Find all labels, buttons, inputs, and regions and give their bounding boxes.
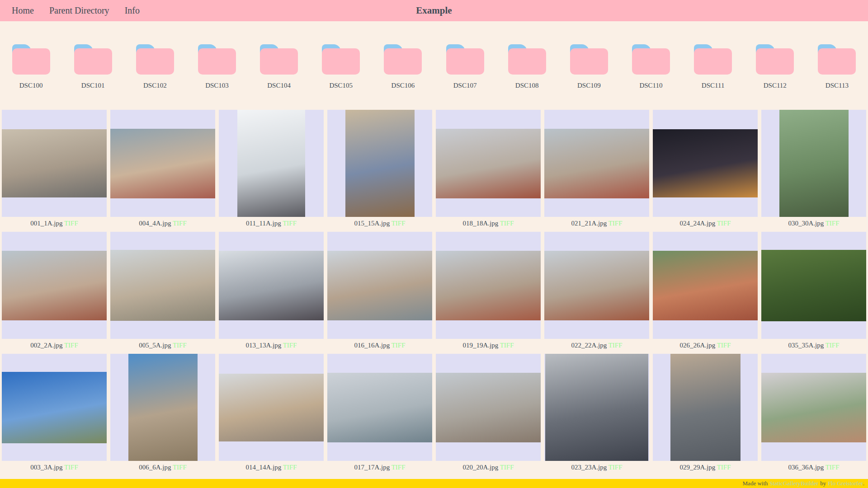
format-link[interactable]: TIFF xyxy=(64,220,78,227)
thumbnail-link[interactable] xyxy=(653,251,758,320)
thumbnail-caption: 013_13A.jpg TIFF xyxy=(219,342,324,351)
format-link[interactable]: TIFF xyxy=(283,464,297,471)
folder-icon xyxy=(259,44,298,75)
format-link[interactable]: TIFF xyxy=(826,342,840,349)
thumbnail-link[interactable] xyxy=(2,129,107,197)
thumbnail-cell: 011_11A.jpg TIFF xyxy=(219,110,324,229)
folder-body-shape xyxy=(322,48,360,75)
format-link[interactable]: TIFF xyxy=(609,220,623,227)
format-link[interactable]: TIFF xyxy=(392,342,406,349)
thumbnail-link[interactable] xyxy=(436,251,541,320)
thumbnail-image xyxy=(345,110,415,217)
format-link[interactable]: TIFF xyxy=(500,464,514,471)
thumbnail-link[interactable] xyxy=(761,250,866,321)
thumbnail-link[interactable] xyxy=(2,251,107,320)
nav-link-parent-directory[interactable]: Parent Directory xyxy=(49,5,109,16)
thumbnail-link[interactable] xyxy=(237,110,305,217)
thumbnail-link[interactable] xyxy=(779,110,849,217)
folder-item[interactable]: DSC106 xyxy=(372,44,434,89)
format-link[interactable]: TIFF xyxy=(717,220,731,227)
format-link[interactable]: TIFF xyxy=(283,220,297,227)
folder-item[interactable]: DSC112 xyxy=(744,44,806,89)
format-link[interactable]: TIFF xyxy=(64,464,78,471)
thumbnail-link[interactable] xyxy=(670,354,741,461)
folder-item[interactable]: DSC105 xyxy=(310,44,372,89)
thumbnail-frame xyxy=(2,232,107,339)
format-link[interactable]: TIFF xyxy=(500,220,514,227)
folder-item[interactable]: DSC111 xyxy=(682,44,744,89)
folder-item[interactable]: DSC109 xyxy=(558,44,620,89)
thumbnail-link[interactable] xyxy=(2,372,107,443)
thumbnail-link[interactable] xyxy=(436,129,541,198)
thumbnail-link[interactable] xyxy=(110,250,215,321)
format-link[interactable]: TIFF xyxy=(717,464,731,471)
folder-icon xyxy=(198,44,236,75)
folder-body-shape xyxy=(632,48,670,75)
thumbnail-filename: 017_17A.jpg xyxy=(354,464,390,471)
format-link[interactable]: TIFF xyxy=(173,342,187,349)
folder-item[interactable]: DSC113 xyxy=(806,44,868,89)
thumbnail-image xyxy=(779,110,849,217)
thumbnail-filename: 020_20A.jpg xyxy=(462,464,498,471)
thumbnail-link[interactable] xyxy=(436,373,541,442)
format-link[interactable]: TIFF xyxy=(392,220,406,227)
thumbnail-frame xyxy=(544,354,649,461)
format-link[interactable]: TIFF xyxy=(826,464,840,471)
thumbnail-filename: 004_4A.jpg xyxy=(139,220,171,227)
format-link[interactable]: TIFF xyxy=(826,220,840,227)
format-link[interactable]: TIFF xyxy=(173,464,187,471)
thumbnail-cell: 029_29A.jpg TIFF xyxy=(653,354,758,473)
thumbnail-link[interactable] xyxy=(110,129,215,198)
nav-link-home[interactable]: Home xyxy=(12,5,34,16)
thumbnail-link[interactable] xyxy=(327,373,432,442)
thumbnail-link[interactable] xyxy=(545,354,648,461)
thumbnail-caption: 017_17A.jpg TIFF xyxy=(327,464,432,473)
folder-label: DSC113 xyxy=(826,82,849,89)
thumbnail-caption: 026_26A.jpg TIFF xyxy=(653,342,758,351)
folder-item[interactable]: DSC104 xyxy=(248,44,310,89)
thumbnail-cell: 026_26A.jpg TIFF xyxy=(653,232,758,351)
format-link[interactable]: TIFF xyxy=(64,342,78,349)
thumbnail-link[interactable] xyxy=(219,251,324,320)
folder-item[interactable]: DSC101 xyxy=(62,44,124,89)
folder-item[interactable]: DSC103 xyxy=(186,44,248,89)
format-link[interactable]: TIFF xyxy=(609,342,623,349)
nav-link-info[interactable]: Info xyxy=(125,5,140,16)
format-link[interactable]: TIFF xyxy=(392,464,406,471)
folder-item[interactable]: DSC100 xyxy=(0,44,62,89)
folder-item[interactable]: DSC102 xyxy=(124,44,186,89)
thumbnail-filename: 016_16A.jpg xyxy=(354,342,390,349)
footer-period-text: . xyxy=(863,480,864,487)
thumbnail-filename: 019_19A.jpg xyxy=(462,342,498,349)
format-link[interactable]: TIFF xyxy=(500,342,514,349)
thumbnail-link[interactable] xyxy=(128,354,198,461)
footer-tool-link[interactable]: StaticGalleryBuilder xyxy=(770,480,819,487)
format-link[interactable]: TIFF xyxy=(173,220,187,227)
folder-item[interactable]: DSC107 xyxy=(434,44,496,89)
thumbnail-filename: 006_6A.jpg xyxy=(139,464,171,471)
thumbnail-link[interactable] xyxy=(219,374,324,441)
thumbnail-link[interactable] xyxy=(761,373,866,442)
page: { "nav": { "links": [ { "label": "Home" … xyxy=(0,0,868,488)
folder-item[interactable]: DSC108 xyxy=(496,44,558,89)
folder-icon xyxy=(383,44,422,75)
folder-label: DSC104 xyxy=(267,82,291,89)
thumbnail-link[interactable] xyxy=(327,251,432,320)
thumbnail-filename: 036_36A.jpg xyxy=(788,464,824,471)
format-link[interactable]: TIFF xyxy=(717,342,731,349)
thumbnail-image xyxy=(544,251,649,320)
thumbnail-image xyxy=(761,250,866,321)
thumbnail-link[interactable] xyxy=(653,129,758,197)
thumbnail-image xyxy=(545,354,648,461)
folder-label: DSC112 xyxy=(764,82,787,89)
thumbnail-caption: 019_19A.jpg TIFF xyxy=(436,342,541,351)
thumbnail-link[interactable] xyxy=(544,251,649,320)
footer-author-link[interactable]: Flo Greistorfer xyxy=(828,480,863,487)
folder-icon xyxy=(508,44,547,75)
thumbnail-link[interactable] xyxy=(345,110,415,217)
thumbnail-link[interactable] xyxy=(544,129,649,198)
format-link[interactable]: TIFF xyxy=(609,464,623,471)
thumbnail-cell: 005_5A.jpg TIFF xyxy=(110,232,215,351)
folder-item[interactable]: DSC110 xyxy=(620,44,682,89)
format-link[interactable]: TIFF xyxy=(283,342,297,349)
